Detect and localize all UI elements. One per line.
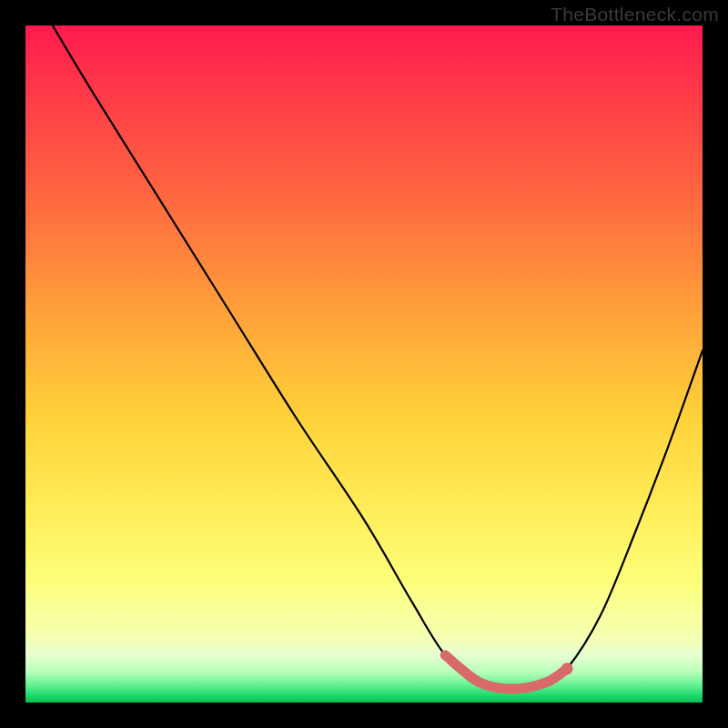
watermark-text: TheBottleneck.com bbox=[551, 4, 719, 25]
chart-frame: TheBottleneck.com bbox=[0, 0, 728, 728]
bottleneck-curve bbox=[25, 25, 703, 703]
svg-point-0 bbox=[561, 662, 573, 674]
plot-area bbox=[25, 25, 703, 703]
